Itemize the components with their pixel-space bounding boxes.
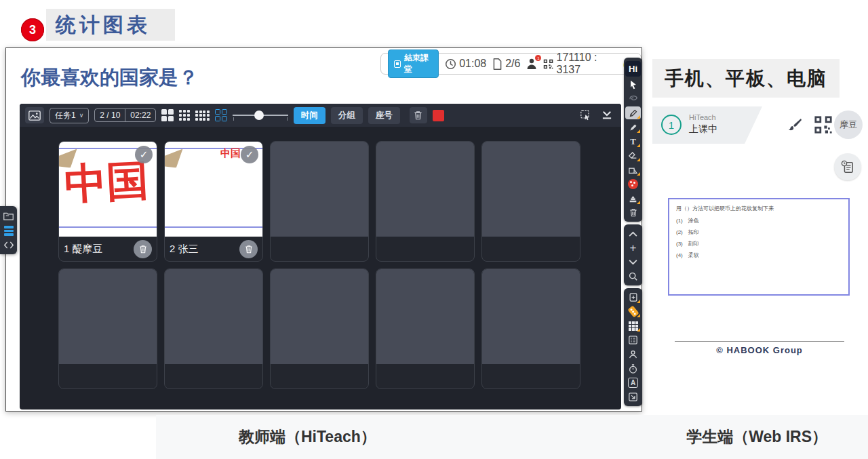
trash-icon[interactable]: [624, 205, 642, 220]
pencil-icon[interactable]: [624, 106, 642, 120]
webirs-header: 1 HiTeach 上课中 摩豆: [652, 106, 868, 144]
task-selector[interactable]: 任务1 ∨: [50, 108, 89, 123]
end-class-label: 結束課堂: [404, 52, 433, 75]
answer-card-empty: [164, 268, 263, 389]
pick-student-icon[interactable]: [624, 347, 642, 361]
task-history-button[interactable]: [834, 153, 861, 180]
trash-icon: [139, 245, 147, 254]
grid-2x2-view-button[interactable]: [161, 109, 174, 121]
student-question-board: 用（）方法可以把硬币上的花纹复制下来 (1) 涂色 (2) 拓印 (3) 刻印 …: [668, 198, 850, 296]
page-counter: 2/6: [492, 58, 520, 70]
qr-code-icon[interactable]: [814, 115, 833, 134]
plus-icon[interactable]: +: [624, 241, 642, 255]
sort-by-seat-tab[interactable]: 座号: [368, 107, 400, 124]
pages-icon[interactable]: [4, 226, 14, 236]
export-icon[interactable]: [624, 390, 642, 404]
worklist-icon[interactable]: [624, 333, 642, 347]
answer-thumbnail[interactable]: 中国 ✓: [165, 142, 262, 237]
answer-card[interactable]: 中国 ✓ 2 张三: [164, 141, 263, 262]
answer-card-empty: [270, 268, 369, 389]
grid-outline-view-button-active[interactable]: [215, 109, 227, 121]
irs-clicker-icon[interactable]: [624, 304, 642, 319]
chevron-down-icon[interactable]: [624, 255, 642, 269]
magnifier-icon[interactable]: [624, 269, 642, 283]
pointer-icon[interactable]: [624, 77, 642, 92]
trash-icon: [245, 245, 253, 254]
group-number-badge: 1: [661, 115, 682, 135]
answer-card-empty: [376, 141, 475, 262]
delete-answer-button[interactable]: [239, 240, 258, 258]
text-icon[interactable]: T: [624, 134, 642, 148]
answer-card-grid: 中国 ✓ 1 醍摩豆 中国: [58, 141, 580, 389]
text-recognition-icon[interactable]: A: [624, 376, 642, 390]
collapse-icon[interactable]: [4, 241, 14, 249]
brush-icon[interactable]: [787, 117, 803, 133]
stop-icon: [394, 60, 401, 68]
clock-icon: [445, 58, 456, 70]
room-id-group: 171110 : 3137: [543, 52, 616, 76]
timer-icon[interactable]: [624, 361, 642, 376]
answer-progress: 2 / 10: [95, 109, 125, 121]
screenshot-root: 统计图表 3 你最喜欢的国家是？ 結束課堂 01:08 2/6 1: [0, 0, 868, 459]
class-in-session-label: 上课中: [689, 123, 717, 136]
checkmark-icon: ✓: [241, 146, 258, 163]
progress-time-chip: 2 / 10 02:22: [94, 108, 156, 122]
delete-answer-button[interactable]: [134, 240, 152, 258]
select-mode-icon[interactable]: [580, 110, 591, 121]
tool-sidebar: Hi T: [624, 58, 642, 406]
elapsed-time: 02:22: [125, 109, 155, 121]
folder-icon[interactable]: [3, 212, 14, 220]
page-icon: [492, 58, 502, 70]
shape-icon[interactable]: [624, 163, 642, 177]
sort-by-time-tab[interactable]: 时间: [294, 107, 326, 124]
card-name-bar: 1 醍摩豆: [59, 237, 157, 261]
end-class-button[interactable]: 結束課堂: [388, 49, 439, 78]
collapse-toolbar-icon[interactable]: [601, 111, 613, 120]
student-avatar[interactable]: 摩豆: [834, 111, 863, 139]
teacher-avatar[interactable]: 1: [526, 58, 537, 70]
left-dock: [0, 206, 17, 254]
hiteach-logo[interactable]: Hi: [624, 60, 642, 77]
slider-handle[interactable]: [254, 111, 264, 120]
lasso-icon[interactable]: [624, 92, 642, 106]
grid-icon[interactable]: [624, 319, 642, 333]
caption-bar: 教师端（HiTeach） 学生端（Web IRS）: [156, 415, 868, 459]
answer-thumbnail[interactable]: 中国 ✓: [59, 142, 157, 237]
chevron-up-icon[interactable]: [624, 226, 642, 241]
stamp-icon[interactable]: [624, 191, 642, 205]
checkmark-icon: ✓: [135, 146, 153, 163]
answer-card[interactable]: 中国 ✓ 1 醍摩豆: [58, 141, 157, 262]
image-icon: [28, 111, 41, 121]
class-timer: 01:08: [445, 58, 486, 70]
eraser-icon[interactable]: [624, 148, 642, 163]
image-view-button[interactable]: [25, 107, 44, 123]
board-option: (4) 柔软: [676, 252, 842, 259]
section-title: 统计图表: [56, 12, 151, 39]
chevron-down-icon: ∨: [79, 112, 84, 119]
answers-canvas: 任务1 ∨ 2 / 10 02:22 时间 分组 座号: [20, 104, 621, 410]
marker-icon[interactable]: [624, 120, 642, 134]
stop-collection-button[interactable]: [433, 110, 444, 121]
board-option: (1) 涂色: [676, 217, 842, 224]
clear-answers-button[interactable]: [410, 107, 427, 123]
sort-by-group-tab[interactable]: 分组: [331, 107, 363, 124]
typed-answer: 中国: [220, 147, 241, 160]
slide-decoration: [164, 148, 186, 169]
thumbnail-size-slider[interactable]: [233, 110, 288, 121]
palette-icon[interactable]: [624, 177, 642, 191]
grid-4x3-view-button[interactable]: [195, 111, 210, 121]
avatar-badge: 1: [535, 55, 541, 61]
card-name-bar: 2 张三: [165, 237, 262, 261]
board-option: (2) 拓印: [676, 228, 842, 236]
grid-3x3-view-button[interactable]: [179, 110, 190, 121]
class-timer-value: 01:08: [459, 58, 486, 70]
page-counter-value: 2/6: [505, 58, 520, 70]
board-question-title: 用（）方法可以把硬币上的花纹复制下来: [676, 205, 842, 212]
student-name: 2 张三: [170, 243, 235, 256]
task-selector-label: 任务1: [55, 110, 76, 121]
new-page-icon[interactable]: [624, 290, 642, 304]
qr-code-icon[interactable]: [543, 58, 553, 70]
device-heading: 手机、平板、电脑: [652, 59, 840, 98]
class-status-bar: 結束課堂 01:08 2/6 1 171110 : 3137 ◎: [380, 53, 642, 75]
footer-divider: [675, 341, 844, 342]
